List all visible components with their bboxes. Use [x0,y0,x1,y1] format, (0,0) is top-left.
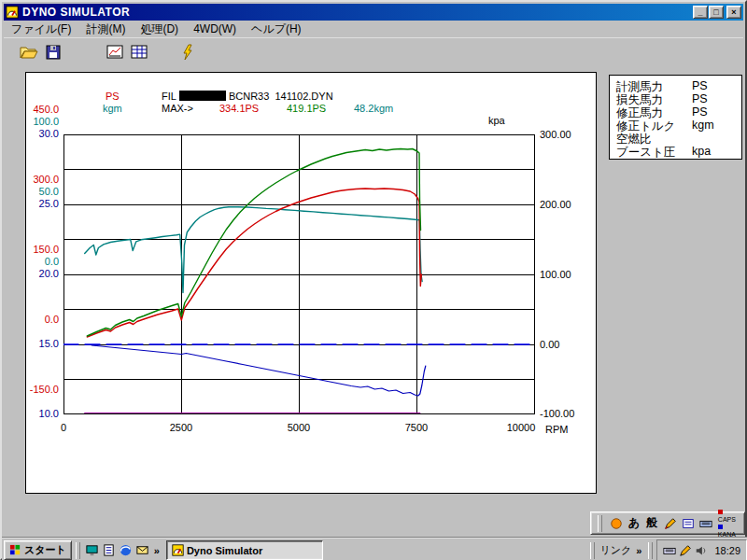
quicklaunch-grip[interactable] [76,542,80,559]
rpm-tick: 0 [45,422,82,433]
legend-box: 計測馬力PS 損失馬力PS 修正馬力PS 修正トルクkgm 空燃比 ブースト圧k… [609,75,742,160]
max-torque: 48.2kgm [354,103,393,114]
data-grid-button[interactable] [127,41,151,65]
open-folder-icon [20,44,38,63]
caps-kana-indicator[interactable]: CAPS KANA [718,509,741,539]
menu-file[interactable]: ファイル(F) [4,21,78,38]
kpa-tick: 100.00 [540,269,571,280]
kpa-tick: 300.00 [540,129,571,140]
file-prefix: FIL [162,91,176,102]
table-icon [131,44,148,63]
kpa-tick: 200.00 [540,199,571,210]
start-label: スタート [24,543,66,557]
ime-tool-icon[interactable] [608,515,624,532]
legend-row: 計測馬力PS [610,79,741,92]
toolbar [4,37,743,68]
rpm-tick: 7500 [398,422,435,433]
graph-icon [106,44,123,63]
save-icon [45,44,62,63]
links-chevron[interactable]: » [633,545,644,556]
ime-pen-icon[interactable] [662,515,678,532]
caps-dot [718,510,723,514]
start-button[interactable]: スタート [4,540,72,560]
file-name: BCNR33 141102.DYN [229,91,333,102]
window-title: DYNO SIMULATOR [22,6,692,19]
kgm-tick: 100.0 [26,116,59,127]
tray-volume-icon[interactable] [695,544,708,557]
menu-4wd[interactable]: 4WD(W) [186,21,244,36]
kpa-tick: 0.00 [540,339,559,350]
max-corrected-ps: 419.1PS [287,103,326,114]
menu-help[interactable]: ヘルプ(H) [244,21,309,38]
graph-view-button[interactable] [103,41,127,65]
open-file-button[interactable] [17,41,41,65]
af-tick: 10.0 [26,408,59,419]
lightning-icon [179,44,196,63]
kpa-axis-unit: kpa [488,115,505,126]
ps-axis-unit: PS [106,91,120,102]
menu-process[interactable]: 処理(D) [133,21,186,38]
af-tick: 30.0 [26,128,59,139]
document-icon[interactable] [101,542,118,559]
ime-conversion-mode[interactable]: 般 [644,515,660,532]
menu-measure[interactable]: 計測(M) [78,21,133,38]
kpa-tick: -100.00 [540,408,574,419]
save-button[interactable] [41,41,65,65]
mail-icon[interactable] [134,542,151,559]
ps-tick: 0.0 [26,314,59,325]
task-button-dyno[interactable]: Dyno Simulator [166,540,323,560]
minimize-button[interactable]: _ [693,6,708,19]
rpm-tick: 2500 [162,422,200,433]
file-info: FILBCNR33 141102.DYN [162,91,333,102]
menu-bar: ファイル(F) 計測(M) 処理(D) 4WD(W) ヘルプ(H) [4,21,743,37]
legend-row: 修正馬力PS [610,105,741,119]
kana-dot [718,525,723,529]
ime-grip[interactable] [598,515,602,532]
app-icon [6,6,19,19]
kgm-tick: 50.0 [26,186,59,197]
run-measure-button[interactable] [176,41,200,65]
kana-label: KANA [718,531,736,538]
ime-input-mode[interactable]: あ [626,515,641,532]
rpm-tick: 5000 [280,422,317,433]
ps-tick: 450.0 [26,104,59,115]
maximize-button[interactable]: □ [709,6,724,19]
desktop-icon[interactable] [84,542,101,559]
task-label: Dyno Simulator [187,545,262,556]
af-tick: 20.0 [26,268,59,279]
taskbar: スタート » Dyno Simulator リンク » 18:29 [2,538,747,560]
dyno-plot [63,134,535,414]
links-toolbar-label[interactable]: リンク [599,543,634,557]
max-measured-ps: 334.1PS [219,103,259,114]
title-bar: DYNO SIMULATOR _ □ × [4,4,743,21]
af-tick: 15.0 [26,338,59,349]
legend-row: ブースト圧kpa [610,145,741,158]
rpm-tick: 10000 [502,422,540,433]
ime-pad-icon[interactable] [680,515,696,532]
task-app-icon [172,544,184,556]
windows-logo-icon [9,544,21,556]
links-grip[interactable] [590,542,595,559]
close-button[interactable]: × [726,6,741,19]
ie-icon[interactable] [118,542,134,559]
clock[interactable]: 18:29 [714,545,740,556]
caps-label: CAPS [718,516,736,523]
legend-row: 空燃比 [610,132,741,145]
legend-row: 損失馬力PS [610,92,741,105]
ps-tick: 300.0 [26,174,59,185]
legend-unit: PS [692,79,708,92]
ime-toolbar: あ 般 CAPS KANA [590,511,745,535]
ps-tick: 150.0 [26,244,59,255]
tray-keyboard-icon[interactable] [663,544,676,557]
af-tick: 25.0 [26,198,59,209]
ime-keyboard-icon[interactable] [698,515,714,532]
system-tray: 18:29 [656,539,747,560]
tray-grip[interactable] [648,542,653,559]
legend-unit: PS [692,105,708,119]
kgm-tick: 0.0 [26,256,59,267]
chart-panel: PS kgm FILBCNR33 141102.DYN MAX-> 334.1P… [25,72,597,494]
quicklaunch-chevron[interactable]: » [151,545,162,556]
tray-pen-icon[interactable] [679,544,692,557]
legend-unit: kpa [692,145,711,158]
legend-name: ブースト圧 [616,145,675,161]
